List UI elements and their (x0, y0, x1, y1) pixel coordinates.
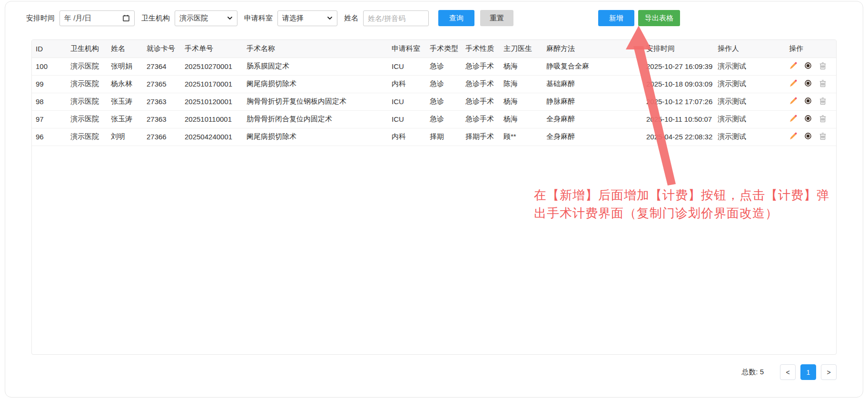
cell-dept: ICU (388, 110, 426, 128)
pencil-icon[interactable] (789, 79, 797, 89)
col-card: 就诊卡号 (143, 40, 181, 58)
eye-icon[interactable] (804, 115, 812, 124)
cell-time: 2025-10-18 09:03:09 (642, 75, 714, 93)
cell-type: 急诊 (426, 93, 462, 110)
col-anesthesia: 麻醉方法 (542, 40, 642, 58)
cell-org: 演示医院 (67, 110, 107, 128)
org-select[interactable]: 演示医院 (175, 10, 237, 26)
trash-icon[interactable] (819, 79, 827, 89)
cell-dept: 内科 (388, 128, 426, 146)
cell-card: 27365 (143, 75, 181, 93)
cell-anesthesia: 基础麻醉 (542, 75, 642, 93)
cell-name: 刘明 (107, 128, 143, 146)
dept-select-value: 请选择 (282, 14, 304, 23)
cell-nature: 急诊手术 (462, 58, 500, 75)
date-placeholder: 年 /月/日 (64, 14, 92, 23)
eye-icon[interactable] (804, 132, 812, 141)
cell-card: 27363 (143, 110, 181, 128)
pencil-icon[interactable] (789, 62, 797, 71)
cell-dept: ICU (388, 93, 426, 110)
page-1-button[interactable]: 1 (800, 364, 816, 380)
next-page-button[interactable]: > (821, 364, 837, 380)
eye-icon[interactable] (804, 79, 812, 88)
add-button[interactable]: 新增 (598, 10, 634, 26)
chevron-down-icon (327, 15, 333, 21)
col-id: ID (32, 40, 67, 58)
cell-type: 急诊 (426, 58, 462, 75)
cell-type: 择期 (426, 128, 462, 146)
cell-order: 202510120001 (181, 93, 243, 110)
cell-time: 2025-10-27 16:09:39 (642, 58, 714, 75)
cell-name: 杨永林 (107, 75, 143, 93)
cell-operator: 演示测试 (714, 110, 785, 128)
total-count: 总数: 5 (741, 368, 764, 377)
trash-icon[interactable] (819, 97, 827, 107)
total-label: 总数: (741, 368, 758, 376)
cell-doctor: 陈海 (500, 75, 542, 93)
pencil-icon[interactable] (789, 97, 797, 107)
cell-id: 96 (32, 128, 67, 146)
cell-doctor: 顾** (500, 128, 542, 146)
cell-nature: 急诊手术 (462, 110, 500, 128)
cell-surgery: 阑尾病损切除术 (243, 128, 388, 146)
prev-page-button[interactable]: < (780, 364, 796, 380)
org-label: 卫生机构 (141, 14, 170, 23)
calendar-icon[interactable] (122, 14, 130, 22)
cell-card: 27363 (143, 93, 181, 110)
col-org: 卫生机构 (67, 40, 107, 58)
col-order: 手术单号 (181, 40, 243, 58)
cell-nature: 急诊手术 (462, 75, 500, 93)
cell-time: 2025-10-12 17:07:26 (642, 93, 714, 110)
cell-anesthesia: 全身麻醉 (542, 110, 642, 128)
schedule-date-input[interactable]: 年 /月/日 (59, 10, 135, 26)
eye-icon[interactable] (804, 97, 812, 106)
cell-doctor: 杨海 (500, 93, 542, 110)
dept-select[interactable]: 请选择 (277, 10, 337, 26)
cell-name: 张明娟 (107, 58, 143, 75)
cell-org: 演示医院 (67, 93, 107, 110)
eye-icon[interactable] (804, 62, 812, 71)
cell-doctor: 杨海 (500, 110, 542, 128)
pencil-icon[interactable] (789, 115, 797, 124)
cell-type: 急诊 (426, 75, 462, 93)
name-input[interactable] (363, 10, 429, 26)
cell-dept: 内科 (388, 75, 426, 93)
dept-label: 申请科室 (244, 14, 273, 23)
table-row: 100演示医院张明娟27364202510270001肠系膜固定术ICU急诊急诊… (32, 58, 836, 75)
schedule-time-label: 安排时间 (26, 14, 55, 23)
table-row: 99演示医院杨永林27365202510170001阑尾病损切除术内科急诊急诊手… (32, 75, 836, 93)
cell-id: 97 (32, 110, 67, 128)
cell-actions (785, 128, 836, 146)
trash-icon[interactable] (819, 115, 827, 124)
chevron-down-icon (227, 15, 233, 21)
cell-org: 演示医院 (67, 75, 107, 93)
pagination: 总数: 5 < 1 > (31, 364, 837, 380)
cell-actions (785, 110, 836, 128)
filter-bar: 安排时间 年 /月/日 卫生机构 演示医院 申请科室 请选择 姓名 查询 重置 … (0, 0, 868, 26)
cell-actions (785, 75, 836, 93)
export-button[interactable]: 导出表格 (638, 10, 680, 26)
cell-time: 2025-04-25 22:08:32 (642, 128, 714, 146)
trash-icon[interactable] (819, 132, 827, 142)
total-value: 5 (760, 368, 764, 376)
cell-order: 202504240001 (181, 128, 243, 146)
col-surgery: 手术名称 (243, 40, 388, 58)
col-nature: 手术性质 (462, 40, 500, 58)
col-type: 手术类型 (426, 40, 462, 58)
cell-anesthesia: 全身麻醉 (542, 128, 642, 146)
trash-icon[interactable] (819, 62, 827, 71)
table-row: 98演示医院张玉涛27363202510120001胸骨骨折切开复位钢板内固定术… (32, 93, 836, 110)
cell-operator: 演示测试 (714, 58, 785, 75)
cell-card: 27364 (143, 58, 181, 75)
cell-doctor: 杨海 (500, 58, 542, 75)
cell-time: 2025-10-11 10:50:07 (642, 110, 714, 128)
table-header-row: ID 卫生机构 姓名 就诊卡号 手术单号 手术名称 申请科室 手术类型 手术性质… (32, 40, 836, 58)
org-select-value: 演示医院 (179, 14, 208, 23)
query-button[interactable]: 查询 (438, 10, 474, 26)
col-dept: 申请科室 (388, 40, 426, 58)
cell-org: 演示医院 (67, 128, 107, 146)
pencil-icon[interactable] (789, 132, 797, 142)
cell-nature: 择期手术 (462, 128, 500, 146)
col-name: 姓名 (107, 40, 143, 58)
reset-button[interactable]: 重置 (480, 10, 513, 26)
